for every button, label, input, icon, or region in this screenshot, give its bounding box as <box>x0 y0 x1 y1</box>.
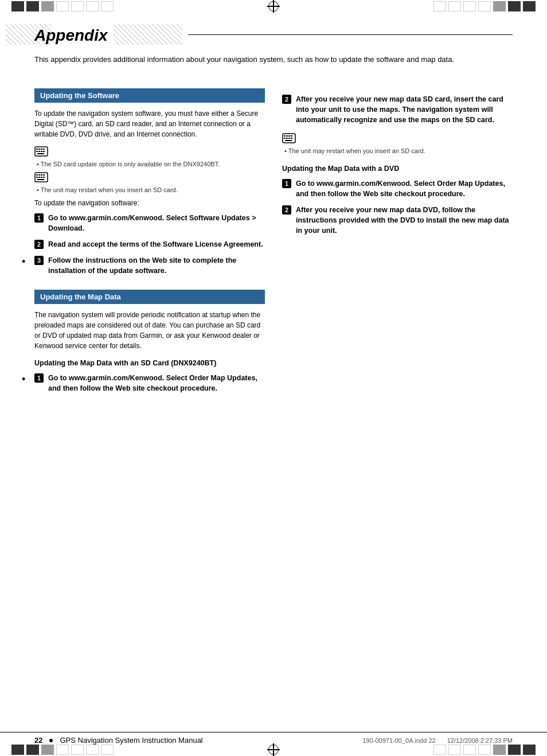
note-text-2: The unit may restart when you insert an … <box>34 186 265 193</box>
map-step-1: • 1 Go to www.garmin.com/Kenwood. Select… <box>34 373 265 393</box>
reg-circle <box>268 1 279 11</box>
note-block-2: The unit may restart when you insert an … <box>34 172 265 193</box>
footer-file-right: 12/12/2008 2:27:33 PM <box>447 737 513 744</box>
svg-rect-6 <box>38 151 40 152</box>
reg-square <box>463 745 476 755</box>
footer-file-left: 190-00971-00_0A.indd 22 <box>362 737 435 744</box>
reg-bar-bottom-right <box>433 745 536 755</box>
map-sd-subheading: Updating the Map Data with an SD Card (D… <box>34 359 265 367</box>
svg-rect-13 <box>41 174 42 176</box>
svg-rect-18 <box>43 177 45 178</box>
svg-rect-29 <box>285 140 292 141</box>
map-data-section: Updating the Map Data The navigation sys… <box>34 290 265 393</box>
svg-rect-26 <box>286 138 288 139</box>
step-num-3: 3 <box>34 256 44 265</box>
reg-square <box>56 1 69 11</box>
software-step-1: 1 Go to www.garmin.com/Kenwood. Select S… <box>34 213 265 233</box>
bullet-marker-map: • <box>22 374 25 384</box>
note-text-1: The SD card update option is only availa… <box>34 161 265 167</box>
dvd-step-num-1: 1 <box>282 179 291 188</box>
svg-rect-8 <box>43 151 45 152</box>
svg-rect-28 <box>291 138 292 139</box>
reg-square <box>508 745 521 755</box>
map-section-header: Updating the Map Data <box>34 290 265 304</box>
reg-square <box>26 745 39 755</box>
footer-right: 190-00971-00_0A.indd 22 12/12/2008 2:27:… <box>362 737 513 744</box>
svg-rect-16 <box>38 177 40 178</box>
bullet-marker-software: • <box>22 256 25 267</box>
map-section-body: The navigation system will provide perio… <box>34 310 265 351</box>
step-num-2: 2 <box>34 240 44 249</box>
page-footer: 22 GPS Navigation System Instruction Man… <box>0 732 547 745</box>
keyboard-icon-2 <box>34 172 48 184</box>
reg-square <box>86 1 99 11</box>
dvd-subheading: Updating the Map Data with a DVD <box>282 165 513 173</box>
software-step-2: 2 Read and accept the terms of the Softw… <box>34 239 265 250</box>
reg-bar-left <box>11 1 114 11</box>
reg-square <box>523 1 536 11</box>
dvd-step-1: 1 Go to www.garmin.com/Kenwood. Select O… <box>282 178 513 199</box>
title-decoration <box>114 24 513 45</box>
right-note-text: The unit may restart when you insert an … <box>282 147 513 154</box>
reg-bar-bottom-left <box>11 745 114 755</box>
reg-square <box>463 1 476 11</box>
note-icon-2 <box>34 172 265 185</box>
svg-rect-25 <box>284 138 286 139</box>
svg-rect-9 <box>37 153 44 154</box>
reg-square <box>448 745 461 755</box>
step-text-1: Go to www.garmin.com/Kenwood. Select Sof… <box>48 213 265 233</box>
intro-text: This appendix provides additional inform… <box>34 54 505 65</box>
step-text-2: Read and accept the terms of the Softwar… <box>48 239 263 250</box>
svg-rect-12 <box>38 174 40 176</box>
software-section-header: Updating the Software <box>34 88 265 103</box>
svg-rect-14 <box>43 174 45 176</box>
title-hatch-right <box>114 24 182 45</box>
step-num-1: 1 <box>34 213 44 223</box>
svg-rect-4 <box>43 149 45 150</box>
title-area: Appendix <box>34 24 513 45</box>
dvd-step-text-1: Go to www.garmin.com/Kenwood. Select Ord… <box>296 178 513 199</box>
right-column: 2 After you receive your new map data SD… <box>282 88 513 400</box>
reg-square <box>41 1 54 11</box>
svg-rect-2 <box>38 149 40 150</box>
reg-marks-bottom <box>0 743 547 756</box>
svg-rect-24 <box>291 135 292 137</box>
right-note-icon <box>282 133 513 146</box>
svg-rect-23 <box>288 135 290 137</box>
reg-square <box>433 1 446 11</box>
dvd-step-text-2: After you receive your new map data DVD,… <box>296 205 513 236</box>
svg-rect-11 <box>36 174 38 176</box>
reg-square <box>71 745 84 755</box>
reg-square <box>11 1 24 11</box>
reg-square <box>101 745 114 755</box>
reg-bar-right <box>433 1 536 11</box>
right-step-2-sd: 2 After you receive your new map data SD… <box>282 94 513 125</box>
map-step-num-1: 1 <box>34 373 44 383</box>
step-text-3: Follow the instructions on the Web site … <box>48 255 265 276</box>
svg-rect-1 <box>36 149 38 150</box>
reg-square <box>493 745 506 755</box>
reg-square <box>86 745 99 755</box>
reg-square <box>101 1 114 11</box>
reg-square <box>26 1 39 11</box>
reg-circle <box>268 745 279 755</box>
footer-dot <box>49 739 53 742</box>
map-step-text-1: Go to www.garmin.com/Kenwood. Select Ord… <box>48 373 265 393</box>
page-content: Appendix This appendix provides addition… <box>0 13 547 434</box>
dvd-step-num-2: 2 <box>282 205 291 215</box>
reg-square <box>71 1 84 11</box>
dvd-step-2: 2 After you receive your new map data DV… <box>282 205 513 236</box>
svg-rect-17 <box>41 177 42 178</box>
reg-square <box>11 745 24 755</box>
software-section: Updating the Software To update the navi… <box>34 88 265 276</box>
steps-intro: To update the navigation software: <box>34 199 265 207</box>
reg-marks-top <box>0 0 547 13</box>
svg-rect-15 <box>36 177 38 178</box>
software-step-3: • 3 Follow the instructions on the Web s… <box>34 255 265 276</box>
registration-cross-bottom <box>267 743 280 756</box>
reg-square <box>478 745 491 755</box>
registration-cross-top <box>267 0 280 13</box>
svg-rect-19 <box>37 179 44 180</box>
right-note-block: The unit may restart when you insert an … <box>282 133 513 154</box>
svg-rect-7 <box>41 151 42 152</box>
